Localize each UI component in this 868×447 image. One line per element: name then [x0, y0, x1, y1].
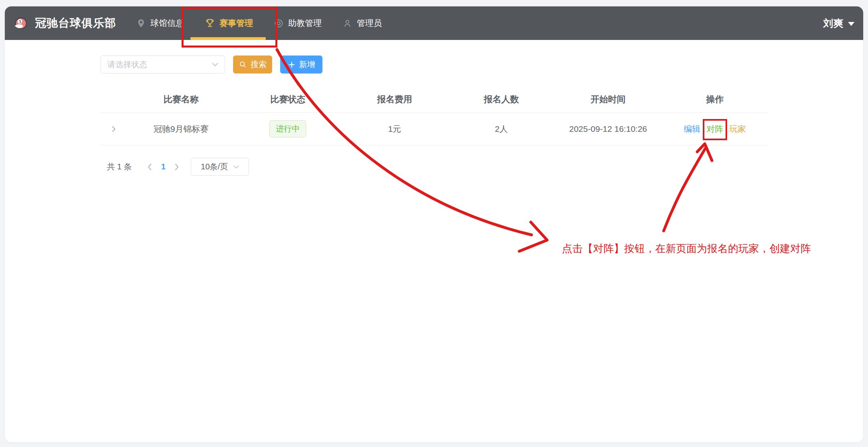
pagination: 共 1 条 1 10条/页 [107, 158, 249, 176]
chevron-right-icon [112, 126, 116, 132]
chevron-down-icon [233, 165, 239, 169]
nav-item-event-management[interactable]: 赛事管理 [194, 6, 263, 40]
column-match-status: 比赛状态 [235, 93, 342, 105]
prev-page-button[interactable] [143, 163, 156, 171]
search-button[interactable]: 搜索 [233, 56, 272, 74]
chevron-down-icon [212, 63, 218, 66]
user-menu[interactable]: 刘爽 [823, 17, 854, 30]
app-window: 3 冠驰台球俱乐部 球馆信息 [5, 6, 863, 442]
page-size-select[interactable]: 10条/页 [191, 158, 249, 176]
column-start-time: 开始时间 [555, 93, 662, 105]
active-tab-underline [190, 37, 266, 40]
filter-toolbar: 请选择状态 搜索 新增 [101, 56, 322, 74]
add-button-label: 新增 [299, 59, 315, 70]
cell-match-name: 冠驰9月锦标赛 [128, 123, 235, 135]
nav-label: 赛事管理 [219, 18, 253, 29]
column-entry-fee: 报名费用 [341, 93, 448, 105]
cell-actions: 编辑 对阵 玩家 [662, 123, 769, 135]
table-header-row: 比赛名称 比赛状态 报名费用 报名人数 开始时间 操作 [100, 86, 768, 113]
status-badge: 进行中 [269, 120, 306, 137]
brand: 3 冠驰台球俱乐部 [14, 16, 116, 31]
cell-entry-count: 2人 [448, 123, 555, 135]
page-size-label: 10条/页 [201, 161, 228, 172]
next-page-button[interactable] [170, 163, 184, 171]
pagination-total: 共 1 条 [107, 161, 132, 172]
nav-item-assistant-management[interactable]: 助教管理 [263, 6, 332, 40]
magnifier-icon [239, 60, 247, 69]
nav-item-venue-info[interactable]: 球馆信息 [126, 6, 194, 40]
location-pin-icon [136, 18, 146, 28]
player-link[interactable]: 玩家 [729, 123, 746, 135]
versus-link[interactable]: 对阵 [706, 123, 723, 135]
trophy-icon [205, 18, 215, 28]
plus-icon [288, 61, 296, 69]
search-button-label: 搜索 [251, 59, 267, 70]
column-actions: 操作 [662, 93, 769, 105]
column-match-name: 比赛名称 [128, 93, 235, 105]
nav-label: 球馆信息 [150, 18, 184, 29]
nav-label: 管理员 [357, 18, 382, 29]
double-circle-icon [274, 18, 284, 28]
top-navigation-bar: 3 冠驰台球俱乐部 球馆信息 [5, 6, 863, 40]
status-select[interactable]: 请选择状态 [101, 56, 225, 74]
cell-match-status: 进行中 [235, 120, 342, 137]
edit-link[interactable]: 编辑 [684, 123, 700, 135]
add-button[interactable]: 新增 [280, 56, 322, 74]
billiard-ball-logo: 3 [14, 17, 28, 30]
column-entry-count: 报名人数 [448, 93, 555, 105]
row-expand-toggle[interactable] [100, 126, 128, 132]
chevron-left-icon [147, 163, 152, 171]
main-nav: 球馆信息 赛事管理 [126, 6, 392, 40]
caret-down-icon [848, 22, 854, 26]
nav-label: 助教管理 [288, 18, 322, 29]
user-icon [342, 18, 352, 28]
table-row: 冠驰9月锦标赛 进行中 1元 2人 2025-09-12 16:10:26 编辑… [100, 113, 768, 145]
chevron-right-icon [174, 163, 179, 171]
nav-item-administrator[interactable]: 管理员 [332, 6, 392, 40]
status-select-placeholder: 请选择状态 [107, 59, 147, 70]
user-name: 刘爽 [823, 17, 843, 30]
page-number-1[interactable]: 1 [156, 162, 170, 171]
cell-entry-fee: 1元 [341, 123, 448, 135]
cell-start-time: 2025-09-12 16:10:26 [555, 124, 662, 134]
app-title: 冠驰台球俱乐部 [35, 16, 116, 31]
matches-table: 比赛名称 比赛状态 报名费用 报名人数 开始时间 操作 冠驰9月锦标赛 进行中 … [100, 86, 768, 145]
